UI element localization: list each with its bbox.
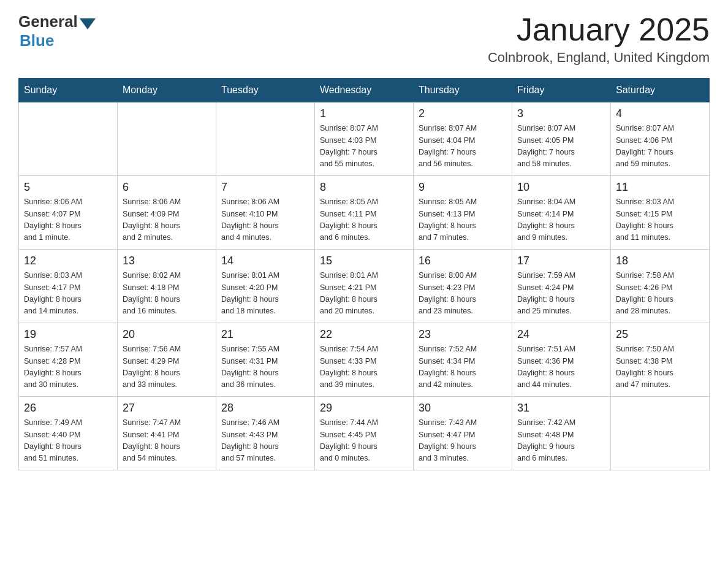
- calendar-cell: 29Sunrise: 7:44 AMSunset: 4:45 PMDayligh…: [315, 397, 414, 470]
- day-info: Sunrise: 8:06 AMSunset: 4:09 PMDaylight:…: [123, 196, 211, 244]
- day-number: 31: [517, 402, 605, 415]
- day-info: Sunrise: 7:58 AMSunset: 4:26 PMDaylight:…: [616, 270, 704, 318]
- calendar-week-row: 12Sunrise: 8:03 AMSunset: 4:17 PMDayligh…: [19, 250, 710, 323]
- calendar-day-header: Monday: [118, 79, 216, 102]
- day-info: Sunrise: 8:03 AMSunset: 4:15 PMDaylight:…: [616, 196, 704, 244]
- calendar-cell: 31Sunrise: 7:42 AMSunset: 4:48 PMDayligh…: [512, 397, 611, 470]
- day-number: 29: [320, 402, 408, 415]
- calendar-cell: 12Sunrise: 8:03 AMSunset: 4:17 PMDayligh…: [19, 250, 118, 323]
- day-number: 20: [123, 328, 211, 341]
- day-number: 21: [221, 328, 309, 341]
- calendar-cell: 30Sunrise: 7:43 AMSunset: 4:47 PMDayligh…: [414, 397, 512, 470]
- day-info: Sunrise: 7:52 AMSunset: 4:34 PMDaylight:…: [419, 343, 507, 391]
- calendar-cell: 14Sunrise: 8:01 AMSunset: 4:20 PMDayligh…: [216, 250, 315, 323]
- day-number: 4: [616, 107, 704, 120]
- day-info: Sunrise: 8:04 AMSunset: 4:14 PMDaylight:…: [517, 196, 605, 244]
- calendar-cell: 19Sunrise: 7:57 AMSunset: 4:28 PMDayligh…: [19, 323, 118, 397]
- day-info: Sunrise: 8:06 AMSunset: 4:07 PMDaylight:…: [24, 196, 112, 244]
- page-header: General Blue January 2025 Colnbrook, Eng…: [18, 12, 710, 66]
- day-info: Sunrise: 8:07 AMSunset: 4:03 PMDaylight:…: [320, 123, 408, 170]
- calendar-cell: 4Sunrise: 8:07 AMSunset: 4:06 PMDaylight…: [611, 102, 710, 176]
- day-number: 27: [123, 402, 211, 415]
- location-subtitle: Colnbrook, England, United Kingdom: [488, 50, 710, 66]
- day-info: Sunrise: 8:07 AMSunset: 4:06 PMDaylight:…: [616, 123, 704, 170]
- day-number: 2: [419, 107, 507, 120]
- calendar-cell: 16Sunrise: 8:00 AMSunset: 4:23 PMDayligh…: [414, 250, 512, 323]
- day-number: 5: [24, 181, 112, 194]
- calendar-day-header: Tuesday: [216, 79, 315, 102]
- day-info: Sunrise: 7:57 AMSunset: 4:28 PMDaylight:…: [24, 343, 112, 391]
- day-number: 9: [419, 181, 507, 194]
- calendar-table: SundayMondayTuesdayWednesdayThursdayFrid…: [18, 78, 710, 470]
- calendar-day-header: Wednesday: [315, 79, 414, 102]
- day-number: 11: [616, 181, 704, 194]
- logo-general-text: General: [18, 12, 78, 31]
- day-number: 14: [221, 255, 309, 267]
- calendar-week-row: 26Sunrise: 7:49 AMSunset: 4:40 PMDayligh…: [19, 397, 710, 470]
- day-info: Sunrise: 7:47 AMSunset: 4:41 PMDaylight:…: [123, 417, 211, 465]
- calendar-cell: 25Sunrise: 7:50 AMSunset: 4:38 PMDayligh…: [611, 323, 710, 397]
- month-title: January 2025: [488, 12, 710, 47]
- calendar-cell: 9Sunrise: 8:05 AMSunset: 4:13 PMDaylight…: [414, 176, 512, 250]
- day-info: Sunrise: 7:55 AMSunset: 4:31 PMDaylight:…: [221, 343, 309, 391]
- logo-blue-text: Blue: [20, 31, 54, 50]
- day-info: Sunrise: 7:42 AMSunset: 4:48 PMDaylight:…: [517, 417, 605, 465]
- calendar-cell: 26Sunrise: 7:49 AMSunset: 4:40 PMDayligh…: [19, 397, 118, 470]
- calendar-week-row: 1Sunrise: 8:07 AMSunset: 4:03 PMDaylight…: [19, 102, 710, 176]
- calendar-cell: [216, 102, 315, 176]
- day-number: 25: [616, 328, 704, 341]
- day-info: Sunrise: 8:05 AMSunset: 4:13 PMDaylight:…: [419, 196, 507, 244]
- day-info: Sunrise: 7:43 AMSunset: 4:47 PMDaylight:…: [419, 417, 507, 465]
- day-info: Sunrise: 8:03 AMSunset: 4:17 PMDaylight:…: [24, 270, 112, 318]
- day-info: Sunrise: 7:59 AMSunset: 4:24 PMDaylight:…: [517, 270, 605, 318]
- calendar-cell: 17Sunrise: 7:59 AMSunset: 4:24 PMDayligh…: [512, 250, 611, 323]
- day-number: 7: [221, 181, 309, 194]
- calendar-cell: 11Sunrise: 8:03 AMSunset: 4:15 PMDayligh…: [611, 176, 710, 250]
- day-info: Sunrise: 7:50 AMSunset: 4:38 PMDaylight:…: [616, 343, 704, 391]
- calendar-day-header: Thursday: [414, 79, 512, 102]
- calendar-week-row: 19Sunrise: 7:57 AMSunset: 4:28 PMDayligh…: [19, 323, 710, 397]
- calendar-cell: 15Sunrise: 8:01 AMSunset: 4:21 PMDayligh…: [315, 250, 414, 323]
- day-number: 24: [517, 328, 605, 341]
- day-number: 6: [123, 181, 211, 194]
- day-number: 19: [24, 328, 112, 341]
- day-info: Sunrise: 8:00 AMSunset: 4:23 PMDaylight:…: [419, 270, 507, 318]
- calendar-cell: [611, 397, 710, 470]
- day-number: 23: [419, 328, 507, 341]
- calendar-header-row: SundayMondayTuesdayWednesdayThursdayFrid…: [19, 79, 710, 102]
- calendar-day-header: Sunday: [19, 79, 118, 102]
- logo-arrow-icon: [80, 18, 96, 29]
- day-info: Sunrise: 7:46 AMSunset: 4:43 PMDaylight:…: [221, 417, 309, 465]
- day-info: Sunrise: 8:06 AMSunset: 4:10 PMDaylight:…: [221, 196, 309, 244]
- day-number: 30: [419, 402, 507, 415]
- calendar-cell: 21Sunrise: 7:55 AMSunset: 4:31 PMDayligh…: [216, 323, 315, 397]
- day-number: 16: [419, 255, 507, 267]
- calendar-cell: [19, 102, 118, 176]
- calendar-cell: 23Sunrise: 7:52 AMSunset: 4:34 PMDayligh…: [414, 323, 512, 397]
- day-number: 13: [123, 255, 211, 267]
- logo: General Blue: [18, 12, 96, 50]
- calendar-cell: 24Sunrise: 7:51 AMSunset: 4:36 PMDayligh…: [512, 323, 611, 397]
- calendar-day-header: Friday: [512, 79, 611, 102]
- day-number: 26: [24, 402, 112, 415]
- calendar-cell: 5Sunrise: 8:06 AMSunset: 4:07 PMDaylight…: [19, 176, 118, 250]
- calendar-cell: 27Sunrise: 7:47 AMSunset: 4:41 PMDayligh…: [118, 397, 216, 470]
- day-number: 17: [517, 255, 605, 267]
- day-number: 28: [221, 402, 309, 415]
- calendar-cell: 28Sunrise: 7:46 AMSunset: 4:43 PMDayligh…: [216, 397, 315, 470]
- calendar-cell: 2Sunrise: 8:07 AMSunset: 4:04 PMDaylight…: [414, 102, 512, 176]
- calendar-cell: [118, 102, 216, 176]
- day-number: 22: [320, 328, 408, 341]
- day-info: Sunrise: 8:05 AMSunset: 4:11 PMDaylight:…: [320, 196, 408, 244]
- calendar-cell: 6Sunrise: 8:06 AMSunset: 4:09 PMDaylight…: [118, 176, 216, 250]
- calendar-cell: 3Sunrise: 8:07 AMSunset: 4:05 PMDaylight…: [512, 102, 611, 176]
- day-info: Sunrise: 7:51 AMSunset: 4:36 PMDaylight:…: [517, 343, 605, 391]
- calendar-week-row: 5Sunrise: 8:06 AMSunset: 4:07 PMDaylight…: [19, 176, 710, 250]
- title-section: January 2025 Colnbrook, England, United …: [488, 12, 710, 66]
- calendar-cell: 18Sunrise: 7:58 AMSunset: 4:26 PMDayligh…: [611, 250, 710, 323]
- day-info: Sunrise: 7:49 AMSunset: 4:40 PMDaylight:…: [24, 417, 112, 465]
- day-info: Sunrise: 7:54 AMSunset: 4:33 PMDaylight:…: [320, 343, 408, 391]
- day-number: 18: [616, 255, 704, 267]
- calendar-cell: 7Sunrise: 8:06 AMSunset: 4:10 PMDaylight…: [216, 176, 315, 250]
- calendar-cell: 8Sunrise: 8:05 AMSunset: 4:11 PMDaylight…: [315, 176, 414, 250]
